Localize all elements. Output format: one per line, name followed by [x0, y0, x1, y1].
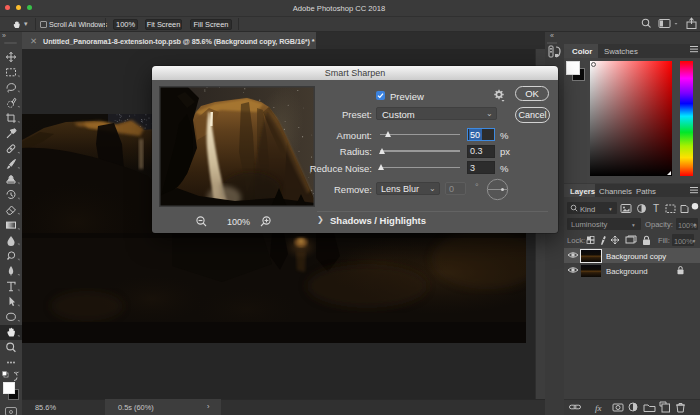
svg-text:fx: fx	[595, 403, 602, 413]
svg-text:T: T	[653, 203, 659, 214]
